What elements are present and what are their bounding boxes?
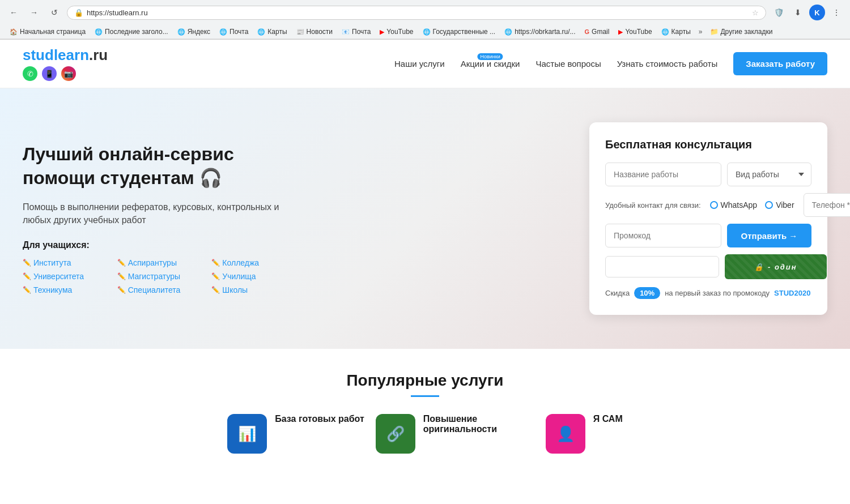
captcha-input[interactable]	[605, 256, 719, 277]
order-button[interactable]: Заказать работу	[733, 52, 827, 75]
bookmark-label: Gmail	[592, 28, 609, 36]
nav-price-label: Узнать стоимость работы	[617, 59, 718, 69]
hero-for-label: Для учащихся:	[23, 240, 295, 250]
bookmark-yandex[interactable]: 🌐 Яндекс	[173, 27, 214, 37]
more-bookmarks-button[interactable]: »	[696, 27, 706, 37]
gmail-icon: G	[585, 28, 590, 35]
youtube-icon: ▶	[380, 28, 384, 36]
list-item: Колледжа	[211, 258, 295, 267]
bookmark-label: Государственные ...	[433, 28, 496, 36]
bookmark-label: Яндекс	[188, 28, 210, 36]
url-input[interactable]	[87, 8, 749, 17]
captcha-image: 🔒 - один	[725, 254, 827, 279]
submit-button[interactable]: Отправить →	[727, 224, 811, 247]
other-bookmarks[interactable]: 📁 Другие закладки	[706, 27, 776, 37]
star-icon[interactable]: ☆	[752, 8, 759, 17]
promo-input[interactable]	[605, 224, 721, 247]
bookmark-label: Почта	[230, 28, 248, 36]
list-item: Университета	[23, 272, 106, 281]
download-icon[interactable]: ⬇	[790, 5, 806, 20]
lock-icon: 🔒	[74, 8, 83, 17]
bookmark-label: https://obrkarta.ru/...	[515, 28, 575, 36]
phone-input[interactable]	[804, 193, 850, 217]
instagram-icon[interactable]: 📷	[61, 66, 76, 81]
service-card-0: 📊 База готовых работ	[227, 414, 364, 454]
refresh-button[interactable]: ↺	[46, 5, 62, 20]
new-badge: Новинки	[477, 53, 503, 60]
discount-desc: на первый заказ по промокоду	[665, 289, 770, 297]
bookmark-maps2[interactable]: 🌐 Карты	[657, 27, 695, 37]
consultation-form: Бесплатная консультация Вид работы Рефер…	[589, 122, 827, 315]
bookmark-obrkarta[interactable]: 🌐 https://obrkarta.ru/...	[500, 27, 579, 37]
work-type-select[interactable]: Вид работы Реферат Курсовая Контрольная …	[727, 163, 811, 186]
back-button[interactable]: ←	[6, 5, 22, 20]
list-item: Аспирантуры	[117, 258, 201, 267]
work-name-input[interactable]	[605, 163, 721, 186]
service-icon-base: 📊	[227, 414, 267, 454]
bookmark-home[interactable]: 🏠 Начальная страница	[6, 27, 90, 37]
bookmark-recent[interactable]: 🌐 Последние заголо...	[91, 27, 172, 37]
nav-faq[interactable]: Частые вопросы	[536, 59, 601, 69]
forward-button[interactable]: →	[26, 5, 42, 20]
hero-list: Института Аспирантуры Колледжа Университ…	[23, 258, 295, 294]
bookmark-label: Карты	[267, 28, 287, 36]
radio-circle	[710, 201, 718, 209]
bookmark-gov[interactable]: 🌐 Государственные ...	[419, 27, 500, 37]
list-item: Техникума	[23, 285, 106, 294]
contact-label: Удобный контакт для связи:	[605, 201, 701, 210]
nav-price[interactable]: Узнать стоимость работы	[617, 59, 718, 69]
contact-row: Удобный контакт для связи: WhatsApp Vibe…	[605, 193, 811, 217]
bookmark-youtube2[interactable]: ▶ YouTube	[614, 27, 656, 37]
bookmark-news[interactable]: 📰 Новости	[292, 27, 337, 37]
nav-deals-label: Акции и скидки	[461, 59, 520, 69]
radio-circle2	[765, 201, 773, 209]
bookmarks-bar: 🏠 Начальная страница 🌐 Последние заголо.…	[0, 25, 850, 39]
hero-title: Лучший онлайн-сервис помощи студентам 🎧	[23, 143, 295, 190]
viber-label: Viber	[776, 200, 794, 210]
viber-icon[interactable]: 📱	[42, 66, 57, 81]
globe-icon: 🌐	[423, 28, 431, 36]
home-icon: 🏠	[10, 28, 18, 36]
globe-icon: 🌐	[257, 28, 265, 36]
service-icon-self: 👤	[546, 414, 585, 454]
bookmark-label: Начальная страница	[20, 28, 86, 36]
bookmark-label: Почта	[352, 28, 371, 36]
folder-icon: 📁	[710, 28, 719, 36]
bookmark-maps[interactable]: 🌐 Карты	[253, 27, 291, 37]
base-icon: 📊	[238, 425, 256, 443]
bookmark-gmail[interactable]: G Gmail	[581, 27, 614, 37]
services-grid: 📊 База готовых работ 🔗 Повышение оригина…	[23, 414, 827, 454]
popular-title: Популярные услуги	[23, 371, 827, 390]
shield-icon[interactable]: 🛡️	[771, 5, 787, 20]
globe-icon: 🌐	[95, 28, 103, 36]
service-card-1: 🔗 Повышение оригинальности	[376, 414, 534, 454]
nav-services[interactable]: Наши услуги	[394, 59, 445, 69]
hero-subtitle: Помощь в выполнении рефератов, курсовых,…	[23, 201, 295, 227]
whatsapp-icon[interactable]: ✆	[23, 66, 37, 81]
promo-code-text: STUD2020	[774, 289, 810, 297]
service-name-2: Я САМ	[593, 414, 623, 424]
profile-button[interactable]: K	[809, 5, 825, 20]
bookmark-mail2[interactable]: 📧 Почта	[338, 27, 375, 37]
globe-icon2: 🌐	[661, 28, 669, 36]
radio-whatsapp[interactable]: WhatsApp	[710, 200, 758, 210]
bookmark-youtube[interactable]: ▶ YouTube	[376, 27, 417, 37]
nav-deals[interactable]: Новинки Акции и скидки	[461, 59, 520, 69]
orig-icon: 🔗	[386, 425, 405, 443]
logo-text-blue: studlearn	[23, 46, 89, 63]
discount-text: Скидка	[605, 289, 630, 297]
logo-link[interactable]: studlearn.ru	[23, 46, 108, 64]
service-info-1: Повышение оригинальности	[423, 414, 534, 437]
bookmark-label: YouTube	[386, 28, 413, 36]
globe-icon: 🌐	[219, 28, 227, 36]
captcha-row: 🔒 - один	[605, 254, 811, 279]
bookmark-mail[interactable]: 🌐 Почта	[215, 27, 252, 37]
browser-toolbar: ← → ↺ 🔒 ☆ 🛡️ ⬇ K ⋮	[0, 0, 850, 25]
radio-viber[interactable]: Viber	[765, 200, 794, 210]
nav-services-label: Наши услуги	[394, 59, 445, 69]
form-top-row: Вид работы Реферат Курсовая Контрольная …	[605, 163, 811, 186]
list-item: Школы	[211, 285, 295, 294]
browser-chrome: ← → ↺ 🔒 ☆ 🛡️ ⬇ K ⋮ 🏠 Начальная страница …	[0, 0, 850, 40]
menu-button[interactable]: ⋮	[828, 5, 844, 20]
bookmark-label: Карты	[672, 28, 691, 36]
